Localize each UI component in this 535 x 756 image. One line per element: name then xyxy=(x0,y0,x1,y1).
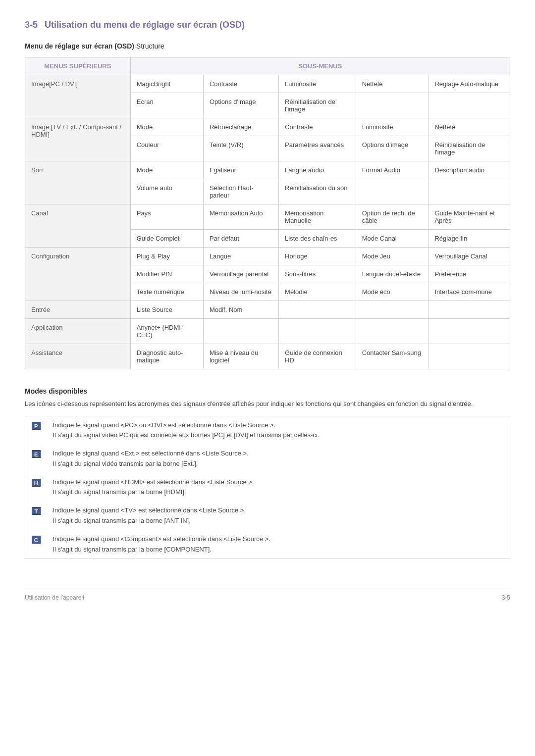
subtitle-bold: Menu de réglage sur écran (OSD) xyxy=(25,42,134,50)
submenu-cell xyxy=(356,301,428,319)
submenu-cell: Option de rech. de câble xyxy=(356,204,428,230)
submenu-cell: Contraste xyxy=(279,118,356,136)
mode-line2: Il s'agit du signal transmis par la born… xyxy=(53,545,504,555)
modes-intro: Les icônes ci-dessous représentent les a… xyxy=(25,399,510,409)
submenu-cell: Luminosité xyxy=(279,75,356,93)
submenu-cell: Guide de connexion HD xyxy=(279,344,356,369)
submenu-cell: Ecran xyxy=(130,93,203,118)
mode-line1: Indique le signal quand <Ext.> est sélec… xyxy=(53,449,504,459)
submenu-cell: Mode Jeu xyxy=(356,248,428,265)
submenu-cell: Sélection Haut-parleur xyxy=(203,179,278,204)
submenu-cell: Options d'image xyxy=(203,93,278,118)
submenu-cell: Mise à niveau du logiciel xyxy=(203,344,278,369)
modes-table: PIndique le signal quand <PC> ou <DVI> e… xyxy=(25,416,510,559)
submenu-cell: Rétroéclairage xyxy=(203,118,278,136)
submenu-cell: Interface com-mune xyxy=(428,283,510,301)
mode-row: TIndique le signal quand <TV> est sélect… xyxy=(25,502,510,530)
mode-row: EIndique le signal quand <Ext.> est séle… xyxy=(25,445,510,473)
signal-icon: C xyxy=(32,536,41,544)
submenu-cell: Couleur xyxy=(130,136,203,161)
submenu-cell xyxy=(356,179,428,204)
submenu-cell xyxy=(279,319,356,344)
submenu-cell xyxy=(356,93,428,118)
menu-cell: Configuration xyxy=(25,248,131,301)
submenu-cell xyxy=(428,93,510,118)
submenu-cell: Contacter Sam-sung xyxy=(356,344,428,369)
signal-icon: T xyxy=(32,507,41,515)
section-title-text: Utilisation du menu de réglage sur écran… xyxy=(45,20,245,30)
mode-row: CIndique le signal quand <Composant> est… xyxy=(25,530,510,559)
submenu-cell: Contraste xyxy=(203,75,278,93)
mode-row: HIndique le signal quand <HDMI> est séle… xyxy=(25,473,510,502)
submenu-cell: Volume auto xyxy=(130,179,203,204)
mode-icon-cell: T xyxy=(25,502,47,530)
menu-cell: Entrée xyxy=(25,301,131,319)
table-row: Image[PC / DVI]MagicBrightContrasteLumin… xyxy=(25,75,510,93)
signal-icon: E xyxy=(32,450,41,458)
mode-line2: Il s'agit du signal transmis par la born… xyxy=(53,516,504,526)
submenu-cell: Liste Source xyxy=(130,301,203,319)
submenu-cell: Modif. Nom xyxy=(203,301,278,319)
mode-line1: Indique le signal quand <TV> est sélecti… xyxy=(53,505,504,516)
mode-icon-cell: H xyxy=(25,473,47,502)
submenu-cell: Paramètres avancés xyxy=(279,136,356,161)
submenu-cell xyxy=(428,344,510,369)
submenu-cell: Texte numérique xyxy=(130,283,203,301)
header-menus: MENUS SUPÉRIEURS xyxy=(25,57,131,75)
submenu-cell: Réglage fin xyxy=(428,230,510,248)
submenu-cell: Mémorisation Auto xyxy=(203,204,278,230)
submenu-cell: Réinitialisation de l'image xyxy=(279,93,356,118)
osd-table: MENUS SUPÉRIEURS SOUS-MENUS Image[PC / D… xyxy=(25,57,510,369)
signal-icon: H xyxy=(32,479,41,487)
table-row: EntréeListe SourceModif. Nom xyxy=(25,301,510,319)
submenu-cell: Mode éco. xyxy=(356,283,428,301)
table-row: ConfigurationPlug & PlayLangueHorlogeMod… xyxy=(25,248,510,265)
menu-cell: Canal xyxy=(25,204,131,248)
submenu-cell: Format Audio xyxy=(356,161,428,179)
subtitle: Menu de réglage sur écran (OSD) Structur… xyxy=(25,42,510,50)
submenu-cell: Guide Mainte-nant et Après xyxy=(428,204,510,230)
menu-cell: Son xyxy=(25,161,131,204)
footer-left: Utilisation de l'appareil xyxy=(25,594,84,601)
submenu-cell: Liste des chaîn-es xyxy=(279,230,356,248)
mode-text-cell: Indique le signal quand <Ext.> est sélec… xyxy=(47,445,510,473)
table-row: AssistanceDiagnostic auto-matiqueMise à … xyxy=(25,344,510,369)
mode-line2: Il s'agit du signal vidéo transmis par l… xyxy=(53,459,504,469)
submenu-cell xyxy=(279,301,356,319)
footer-right: 3-5 xyxy=(502,594,510,601)
submenu-cell: MagicBright xyxy=(130,75,203,93)
signal-icon: P xyxy=(32,422,41,430)
page-footer: Utilisation de l'appareil 3-5 xyxy=(25,589,510,601)
submenu-cell: Diagnostic auto-matique xyxy=(130,344,203,369)
menu-cell: Application xyxy=(25,319,131,344)
submenu-cell: Sous-titres xyxy=(279,265,356,283)
mode-line1: Indique le signal quand <Composant> est … xyxy=(53,534,504,545)
submenu-cell: Réglage Auto-matique xyxy=(428,75,510,93)
section-number: 3-5 xyxy=(25,20,38,30)
submenu-cell: Préférence xyxy=(428,265,510,283)
menu-cell: Image[PC / DVI] xyxy=(25,75,131,118)
submenu-cell: Par défaut xyxy=(203,230,278,248)
submenu-cell: Modifier PIN xyxy=(130,265,203,283)
submenu-cell: Luminosité xyxy=(356,118,428,136)
submenu-cell: Pays xyxy=(130,204,203,230)
table-row: ApplicationAnynet+ (HDMI-CEC) xyxy=(25,319,510,344)
modes-heading: Modes disponibles xyxy=(25,387,510,395)
submenu-cell xyxy=(203,319,278,344)
mode-icon-cell: E xyxy=(25,445,47,473)
menu-cell: Assistance xyxy=(25,344,131,369)
submenu-cell xyxy=(428,179,510,204)
mode-line1: Indique le signal quand <PC> ou <DVI> es… xyxy=(53,420,504,431)
submenu-cell: Verrouillage Canal xyxy=(428,248,510,265)
submenu-cell: Guide Complet xyxy=(130,230,203,248)
submenu-cell: Egaliseur xyxy=(203,161,278,179)
submenu-cell: Mode xyxy=(130,118,203,136)
mode-line1: Indique le signal quand <HDMI> est sélec… xyxy=(53,477,504,488)
table-header-row: MENUS SUPÉRIEURS SOUS-MENUS xyxy=(25,57,510,75)
section-title: 3-5Utilisation du menu de réglage sur éc… xyxy=(25,20,510,30)
header-sousmenus: SOUS-MENUS xyxy=(130,57,510,75)
submenu-cell: Anynet+ (HDMI-CEC) xyxy=(130,319,203,344)
submenu-cell: Réinitialisation du son xyxy=(279,179,356,204)
mode-row: PIndique le signal quand <PC> ou <DVI> e… xyxy=(25,416,510,445)
submenu-cell xyxy=(428,301,510,319)
